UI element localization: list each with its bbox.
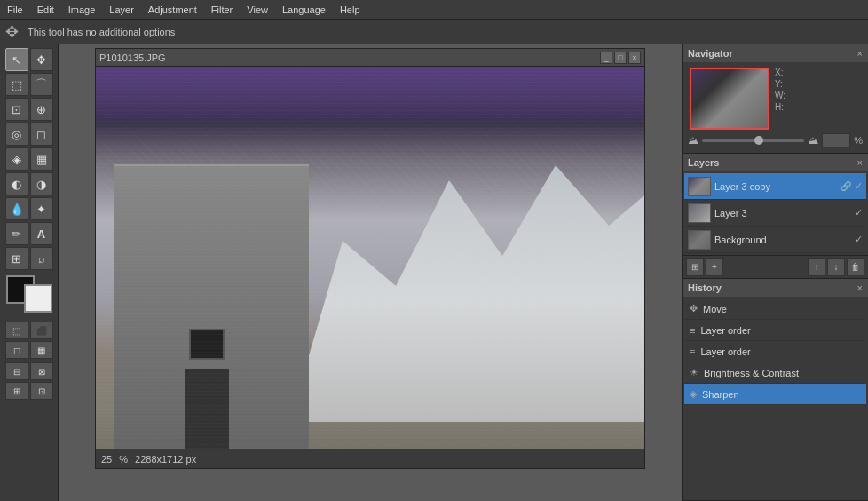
layers-panel: Layers × Layer 3 copy 🔗 ✓ Layer 3 ✓ — [683, 154, 868, 279]
clone-tool-btn[interactable]: ◎ — [5, 123, 28, 146]
history-item-4[interactable]: ◈ Sharpen — [684, 384, 866, 405]
layers-close-btn[interactable]: × — [857, 157, 863, 168]
history-name-1: Layer order — [700, 325, 750, 336]
image-window: P1010135.JPG _ □ × — [95, 48, 645, 469]
history-item-3[interactable]: ☀ Brightness & Contrast — [684, 362, 866, 384]
menu-language[interactable]: Language — [275, 3, 333, 17]
image-titlebar: P1010135.JPG _ □ × — [96, 49, 644, 67]
select-tool-btn[interactable]: ⬚ — [5, 73, 28, 96]
bottom-tool-grid: ⬚ ⬛ ◻ ▦ — [5, 322, 53, 359]
layers-delete-btn[interactable]: 🗑 — [847, 258, 864, 276]
history-name-0: Move — [703, 304, 727, 314]
tool-d[interactable]: ⊡ — [30, 382, 53, 400]
crop-tool-btn[interactable]: ⊡ — [5, 98, 28, 121]
layer-visibility-0[interactable]: ✓ — [855, 180, 863, 192]
lasso-tool-btn[interactable]: ⌒ — [30, 73, 53, 96]
view-mode-btn[interactable]: ▦ — [30, 341, 53, 359]
sharpen-tool-btn[interactable]: ✦ — [30, 197, 53, 220]
layer-thumb-1 — [688, 203, 711, 223]
history-name-4: Sharpen — [702, 389, 739, 400]
burn-tool-btn[interactable]: ◑ — [30, 172, 53, 195]
layers-move-down-btn[interactable]: ↓ — [827, 258, 845, 276]
tool-a[interactable]: ⊟ — [5, 362, 28, 380]
minimize-btn[interactable]: _ — [600, 52, 612, 64]
navigator-panel: Navigator × X: Y: W: H: ⛰ — [683, 44, 868, 154]
history-header: History × — [683, 279, 868, 297]
full-screen-btn[interactable]: ⬛ — [30, 322, 53, 339]
zoom-pct: % — [119, 454, 128, 465]
navigator-title: Navigator — [688, 48, 733, 59]
history-close-btn[interactable]: × — [857, 282, 863, 293]
menu-adjustment[interactable]: Adjustment — [141, 3, 204, 17]
zoom-slider[interactable] — [702, 139, 804, 142]
background-color[interactable] — [24, 284, 52, 313]
history-item-2[interactable]: ≡ Layer order — [684, 341, 866, 362]
menu-filter[interactable]: Filter — [204, 3, 240, 17]
layers-new-layer-btn[interactable]: + — [706, 258, 723, 276]
arrow-tool-btn[interactable]: ↖ — [5, 48, 28, 71]
zoom-value-input[interactable]: 25 — [822, 133, 850, 147]
close-btn[interactable]: × — [628, 52, 641, 64]
dodge-tool-btn[interactable]: ◐ — [5, 172, 28, 195]
history-icon-3: ☀ — [690, 367, 698, 378]
zoom-out-icon[interactable]: ⛰ — [688, 134, 698, 147]
pen-tool-btn[interactable]: ✏ — [5, 222, 28, 245]
heal-tool-btn[interactable]: ⊕ — [30, 98, 53, 121]
menu-help[interactable]: Help — [333, 3, 367, 17]
navigator-zoom-controls: ⛰ ⛰ 25 % — [688, 133, 863, 147]
menu-edit[interactable]: Edit — [30, 3, 61, 17]
navigator-close-btn[interactable]: × — [857, 48, 863, 59]
menu-image[interactable]: Image — [61, 3, 103, 17]
blur-tool-btn[interactable]: 💧 — [5, 197, 28, 220]
move-tool-btn[interactable]: ✥ — [30, 48, 53, 71]
color-selector — [6, 275, 52, 313]
text-tool-btn[interactable]: A — [30, 222, 53, 245]
layer-item-0[interactable]: Layer 3 copy 🔗 ✓ — [684, 173, 866, 200]
zoom-tool-btn[interactable]: ⌕ — [30, 247, 53, 270]
layer-item-1[interactable]: Layer 3 ✓ — [684, 200, 866, 227]
tool-row-8: ✏ A — [5, 222, 53, 245]
menu-file[interactable]: File — [0, 3, 30, 17]
maximize-btn[interactable]: □ — [614, 52, 627, 64]
layer-chain-0[interactable]: 🔗 — [840, 181, 851, 191]
eraser-tool-btn[interactable]: ◻ — [30, 123, 53, 146]
nav-x-label: X: — [775, 68, 785, 77]
layer-item-2[interactable]: Background ✓ — [684, 227, 866, 253]
layer-visibility-1[interactable]: ✓ — [855, 207, 863, 219]
bottom-tool-grid2: ⊟ ⊠ ⊞ ⊡ — [5, 362, 53, 400]
menu-view[interactable]: View — [240, 3, 275, 17]
image-statusbar: 25 % 2288x1712 px — [96, 449, 644, 468]
layers-toolbar: ⊞ + ↑ ↓ 🗑 — [683, 255, 868, 278]
history-item-1[interactable]: ≡ Layer order — [684, 320, 866, 341]
tool-row-7: 💧 ✦ — [5, 197, 53, 220]
tool-row-3: ⊡ ⊕ — [5, 98, 53, 121]
quick-mask-btn[interactable]: ⬚ — [5, 322, 28, 339]
navigator-coords: X: Y: W: H: — [775, 68, 785, 130]
measure-tool-btn[interactable]: ⊞ — [5, 247, 28, 270]
layers-list: Layer 3 copy 🔗 ✓ Layer 3 ✓ Background ✓ — [683, 171, 868, 255]
history-name-2: Layer order — [700, 346, 750, 357]
history-icon-4: ◈ — [690, 388, 697, 400]
toolbox: ↖ ✥ ⬚ ⌒ ⊡ ⊕ ◎ ◻ ◈ ▦ ◐ ◑ 💧 ✦ ✏ A — [0, 44, 59, 501]
layers-header: Layers × — [683, 154, 868, 171]
nav-w-label: W: — [775, 91, 785, 100]
layer-visibility-2[interactable]: ✓ — [855, 234, 863, 245]
layers-new-group-btn[interactable]: ⊞ — [686, 258, 704, 276]
tool-options-text: This tool has no additional options — [28, 27, 175, 37]
tool-row-9: ⊞ ⌕ — [5, 247, 53, 270]
menu-layer[interactable]: Layer — [102, 3, 141, 17]
tool-c[interactable]: ⊞ — [5, 382, 28, 400]
layers-move-up-btn[interactable]: ↑ — [808, 258, 825, 276]
zoom-in-icon[interactable]: ⛰ — [808, 134, 818, 147]
tool-b[interactable]: ⊠ — [30, 362, 53, 380]
nav-h-label: H: — [775, 102, 785, 112]
history-item-0[interactable]: ✥ Move — [684, 298, 866, 320]
gradient-tool-btn[interactable]: ▦ — [30, 147, 53, 171]
title-buttons: _ □ × — [600, 52, 641, 64]
move-tool-icon: ✥ — [5, 22, 19, 42]
history-title: History — [688, 282, 722, 293]
navigator-header: Navigator × — [683, 44, 868, 62]
screen-mode-btn[interactable]: ◻ — [5, 341, 28, 359]
right-panel: Navigator × X: Y: W: H: ⛰ — [682, 44, 868, 501]
fill-tool-btn[interactable]: ◈ — [5, 147, 28, 171]
